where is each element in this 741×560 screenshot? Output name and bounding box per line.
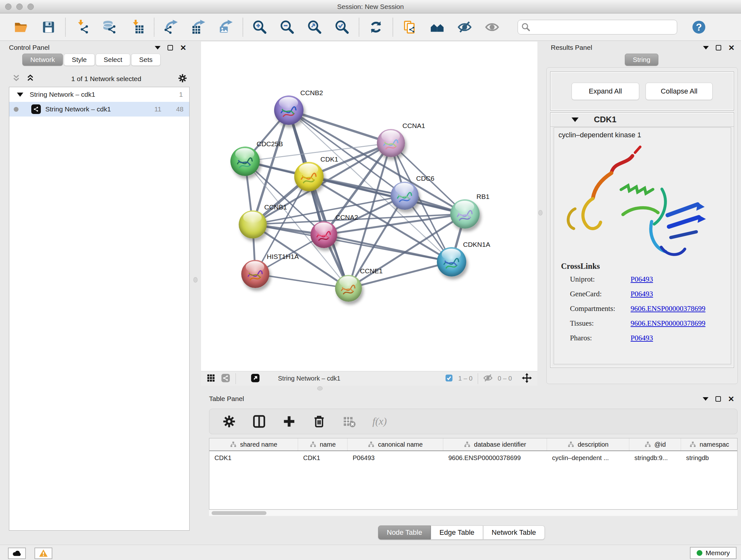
- results-panel-close-icon[interactable]: ✕: [728, 45, 735, 51]
- table-horizontal-scrollbar[interactable]: [209, 509, 738, 516]
- tab-node-table[interactable]: Node Table: [378, 525, 431, 540]
- column-header-database-identifier[interactable]: database identifier: [443, 438, 547, 450]
- table-cell[interactable]: stringdb: [681, 451, 738, 464]
- collapse-all-networks-icon[interactable]: [11, 73, 21, 84]
- table-cell[interactable]: cyclin–dependent ...: [547, 451, 629, 464]
- import-table-button[interactable]: [129, 19, 145, 36]
- window-close-button[interactable]: [5, 3, 11, 10]
- show-panels-button[interactable]: [484, 19, 500, 36]
- tab-edge-table[interactable]: Edge Table: [431, 525, 483, 540]
- network-node-CDK1[interactable]: [294, 162, 324, 191]
- left-splitter-handle[interactable]: [193, 277, 198, 283]
- table-fx-button[interactable]: f(x): [371, 413, 387, 430]
- network-tree-item-row[interactable]: String Network – cdk1 11 48: [9, 102, 189, 117]
- table-table-remove-button[interactable]: [341, 413, 357, 430]
- table-cell[interactable]: stringdb:9...: [629, 451, 681, 464]
- results-panel-float-icon[interactable]: [716, 45, 721, 51]
- right-splitter-handle[interactable]: [538, 210, 542, 215]
- zoom-fit-button[interactable]: [307, 19, 323, 36]
- column-header-namespac[interactable]: namespac: [681, 438, 738, 450]
- table-cell[interactable]: 9606.ENSP00000378699: [443, 451, 547, 464]
- network-node-CCNA2[interactable]: [311, 221, 337, 248]
- refresh-button[interactable]: [367, 19, 384, 36]
- hide-panels-button[interactable]: [456, 19, 473, 36]
- search-input[interactable]: [518, 20, 677, 35]
- table-columns-button[interactable]: [251, 413, 267, 430]
- table-plus-button[interactable]: [281, 413, 297, 430]
- network-edge[interactable]: [289, 110, 391, 143]
- crosslink-link[interactable]: P06493: [630, 334, 653, 342]
- column-header-canonical-name[interactable]: canonical name: [347, 438, 443, 450]
- table-panel-close-icon[interactable]: ✕: [728, 396, 734, 401]
- clone-network-button[interactable]: [401, 19, 418, 36]
- network-node-CCNE1[interactable]: [335, 275, 362, 302]
- open-session-button[interactable]: [13, 19, 29, 36]
- tab-sets[interactable]: Sets: [131, 54, 160, 66]
- export-network-button[interactable]: [163, 19, 179, 36]
- import-database-button[interactable]: [102, 19, 118, 36]
- import-network-button[interactable]: [74, 19, 91, 36]
- share-view-icon[interactable]: [221, 373, 230, 384]
- hidden-eye-icon[interactable]: [483, 373, 493, 384]
- table-cell[interactable]: CDK1: [298, 451, 347, 464]
- table-trash-button[interactable]: [311, 413, 327, 430]
- crosslink-link[interactable]: P06493: [630, 290, 653, 298]
- zoom-selected-button[interactable]: [334, 19, 350, 36]
- network-node-CCNB2[interactable]: [274, 96, 304, 125]
- network-canvas[interactable]: CCNB2CCNA1CDC25BCDK1CDC6RB1CCNB1CCNA2CDK…: [201, 42, 537, 371]
- table-cell[interactable]: CDK1: [209, 451, 298, 464]
- help-button[interactable]: ?: [690, 19, 707, 36]
- network-node-CCNB1[interactable]: [239, 210, 267, 239]
- tab-select[interactable]: Select: [96, 54, 130, 66]
- selected-checkbox-icon[interactable]: [445, 374, 453, 383]
- zoom-out-button[interactable]: [279, 19, 295, 36]
- cloud-button[interactable]: [8, 548, 26, 559]
- crosslink-link[interactable]: 9606.ENSP00000378699: [630, 319, 705, 327]
- horizontal-splitter-handle[interactable]: [317, 386, 323, 390]
- birdseye-toggle-icon[interactable]: [251, 373, 260, 384]
- export-image-button[interactable]: [218, 19, 234, 36]
- tab-string[interactable]: String: [625, 54, 658, 66]
- network-node-CDC25B[interactable]: [230, 146, 260, 176]
- column-header-name[interactable]: name: [298, 438, 347, 450]
- entry-collapse-icon[interactable]: [571, 118, 579, 122]
- expand-all-networks-icon[interactable]: [25, 73, 35, 84]
- table-gear-button[interactable]: [221, 413, 238, 430]
- crosslink-link[interactable]: 9606.ENSP00000378699: [630, 305, 705, 313]
- pan-mode-icon[interactable]: [522, 373, 532, 385]
- network-options-gear-icon[interactable]: [178, 73, 188, 85]
- expand-all-button[interactable]: Expand All: [571, 83, 639, 100]
- table-panel-float-icon[interactable]: [716, 396, 721, 401]
- warnings-button[interactable]: [35, 548, 52, 559]
- memory-button[interactable]: Memory: [690, 547, 737, 559]
- tab-network-table[interactable]: Network Table: [483, 525, 545, 540]
- window-minimize-button[interactable]: [16, 3, 23, 10]
- collapse-all-button[interactable]: Collapse All: [646, 83, 713, 100]
- export-table-button[interactable]: [190, 19, 207, 36]
- tab-network[interactable]: Network: [22, 54, 63, 66]
- network-edge[interactable]: [348, 262, 452, 288]
- network-node-RB1[interactable]: [450, 199, 480, 229]
- network-edge[interactable]: [324, 235, 452, 262]
- column-header-shared-name[interactable]: shared name: [209, 438, 298, 450]
- network-node-CDKN1A[interactable]: [437, 247, 466, 276]
- table-panel-menu-icon[interactable]: [703, 397, 709, 401]
- column-header-description[interactable]: description: [547, 438, 629, 450]
- network-edge[interactable]: [255, 274, 348, 288]
- window-maximize-button[interactable]: [27, 3, 34, 10]
- save-session-button[interactable]: [40, 19, 57, 36]
- control-panel-float-icon[interactable]: [167, 45, 173, 51]
- tree-expand-icon[interactable]: [17, 92, 23, 97]
- table-row[interactable]: CDK1CDK1P064939606.ENSP00000378699cyclin…: [209, 451, 737, 464]
- grid-view-icon[interactable]: [206, 373, 216, 384]
- crosslink-link[interactable]: P06493: [630, 275, 653, 283]
- results-panel-menu-icon[interactable]: [703, 46, 709, 50]
- control-panel-menu-icon[interactable]: [155, 46, 160, 50]
- network-node-CDC6[interactable]: [391, 182, 419, 210]
- home-button[interactable]: [429, 19, 446, 36]
- table-cell[interactable]: P06493: [347, 451, 443, 464]
- column-header--id[interactable]: @id: [629, 438, 681, 450]
- tab-style[interactable]: Style: [64, 54, 95, 66]
- entry-header[interactable]: CDK1: [550, 113, 734, 127]
- network-node-HIST1H1A[interactable]: [241, 260, 269, 288]
